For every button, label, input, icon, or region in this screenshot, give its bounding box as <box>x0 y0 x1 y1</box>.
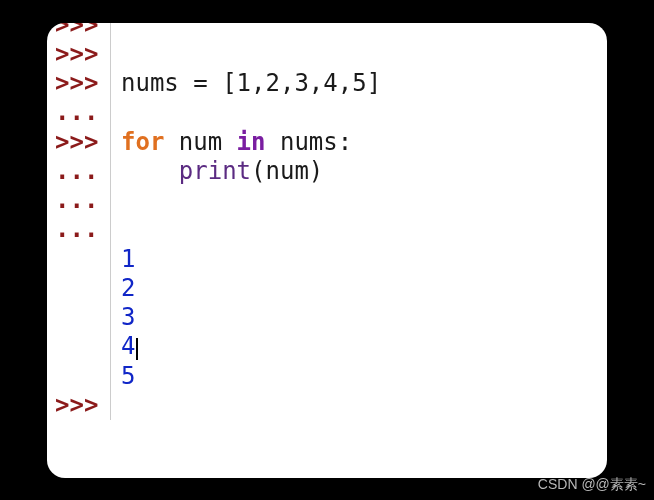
code-line: >>>for num in nums: <box>47 128 607 157</box>
prompt-gutter <box>47 332 111 361</box>
line-content: 5 <box>111 362 135 391</box>
line-content: 4 <box>111 332 138 361</box>
line-content <box>111 98 121 127</box>
token-plain: nums = [1,2,3,4,5] <box>121 69 381 97</box>
prompt-gutter <box>47 245 111 274</box>
prompt-gutter: ... <box>47 157 111 186</box>
line-content: 1 <box>111 245 135 274</box>
line-content: for num in nums: <box>111 128 352 157</box>
prompt-gutter: >>> <box>47 23 111 40</box>
token-plain: nums: <box>266 128 353 156</box>
prompt-gutter: ... <box>47 186 111 215</box>
code-line: >>>nums = [1,2,3,4,5] <box>47 69 607 98</box>
line-content <box>111 215 121 244</box>
watermark: CSDN @@素素~ <box>538 476 646 494</box>
prompt-gutter: ... <box>47 98 111 127</box>
token-output: 1 <box>121 245 135 273</box>
prompt-gutter: >>> <box>47 69 111 98</box>
line-content: print(num) <box>111 157 323 186</box>
token-output: 3 <box>121 303 135 331</box>
prompt-gutter: >>> <box>47 40 111 69</box>
code-line: 4 <box>47 332 607 361</box>
line-content <box>111 40 121 69</box>
code-line: ... print(num) <box>47 157 607 186</box>
token-plain: num <box>164 128 236 156</box>
code-line: 1 <box>47 245 607 274</box>
token-plain <box>121 157 179 185</box>
code-line: ... <box>47 186 607 215</box>
code-line: 2 <box>47 274 607 303</box>
token-kw-in: in <box>237 128 266 156</box>
code-line: >>> <box>47 23 607 40</box>
line-content <box>111 186 121 215</box>
token-plain: (num) <box>251 157 323 185</box>
code-line: >>> <box>47 391 607 420</box>
token-kw-for: for <box>121 128 164 156</box>
token-output: 2 <box>121 274 135 302</box>
prompt-gutter <box>47 274 111 303</box>
line-content: 2 <box>111 274 135 303</box>
code-line: 3 <box>47 303 607 332</box>
line-content: 3 <box>111 303 135 332</box>
token-output: 5 <box>121 362 135 390</box>
token-fn-print: print <box>179 157 251 185</box>
prompt-gutter: >>> <box>47 128 111 157</box>
prompt-gutter: ... <box>47 215 111 244</box>
prompt-gutter: >>> <box>47 391 111 420</box>
prompt-gutter <box>47 362 111 391</box>
token-output: 4 <box>121 332 135 360</box>
terminal-window: >>>>>>>>>nums = [1,2,3,4,5]...>>>for num… <box>47 23 607 478</box>
code-line: >>> <box>47 40 607 69</box>
prompt-gutter <box>47 303 111 332</box>
line-content <box>111 391 121 420</box>
code-line: ... <box>47 98 607 127</box>
code-line: ... <box>47 215 607 244</box>
code-area: >>>>>>>>>nums = [1,2,3,4,5]...>>>for num… <box>47 23 607 427</box>
line-content: nums = [1,2,3,4,5] <box>111 69 381 98</box>
code-line: 5 <box>47 362 607 391</box>
line-content <box>111 23 121 40</box>
text-cursor <box>136 338 138 360</box>
